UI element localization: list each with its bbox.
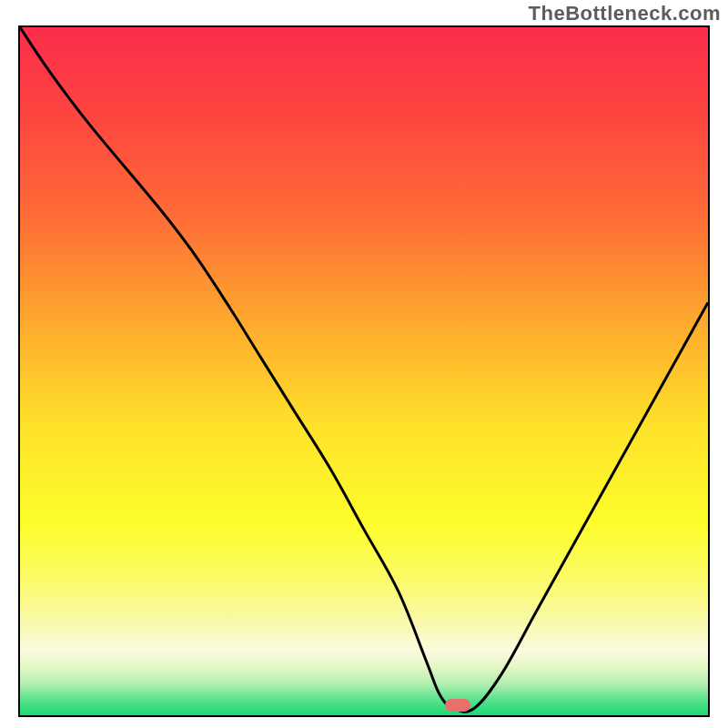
optimum-marker-icon	[445, 699, 470, 712]
chart-stage: TheBottleneck.com	[0, 0, 728, 728]
plot-area	[20, 27, 708, 715]
gradient-background	[20, 27, 708, 715]
watermark-text: TheBottleneck.com	[529, 2, 721, 25]
plot-svg	[20, 27, 708, 715]
